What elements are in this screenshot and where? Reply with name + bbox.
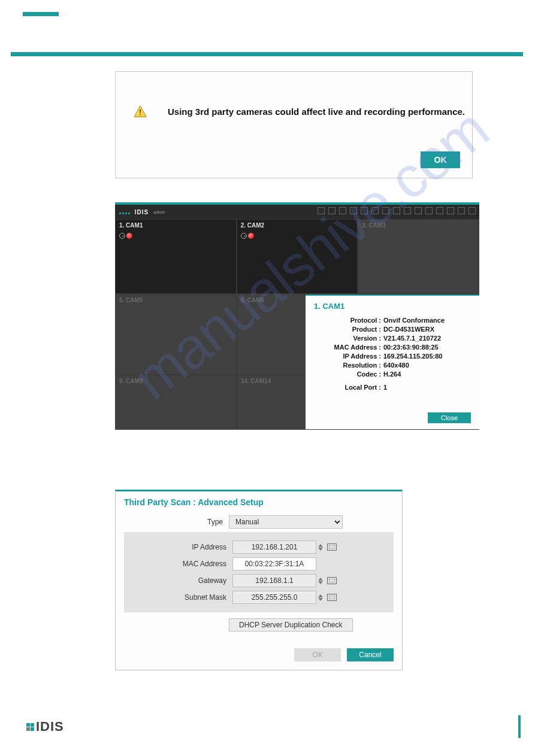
type-label: Type xyxy=(124,518,223,526)
field-key: IP Address : xyxy=(314,353,381,360)
ip-field[interactable]: 192.168.1.201 xyxy=(232,541,316,554)
chevron-down-icon[interactable] xyxy=(318,581,323,584)
field-key: Version : xyxy=(314,335,381,342)
field-value: 640x480 xyxy=(383,362,471,369)
nvr-brand-logo: IDIS xyxy=(119,209,149,215)
chevron-up-icon[interactable] xyxy=(318,578,323,581)
cam-tile-1[interactable]: 1. CAM1 xyxy=(115,219,237,294)
record-dot-icon xyxy=(126,233,132,239)
svg-rect-2 xyxy=(140,114,141,116)
nvr-brand-text: IDIS xyxy=(135,209,149,215)
record-dot-icon xyxy=(248,233,254,239)
warning-icon xyxy=(134,105,147,118)
subnet-label: Subnet Mask xyxy=(128,593,226,602)
field-key: Resolution : xyxy=(314,362,381,369)
advanced-setup-dialog: Third Party Scan : Advanced Setup Type M… xyxy=(115,490,403,670)
clock-icon xyxy=(241,233,247,239)
layout-seq-icon[interactable] xyxy=(361,207,368,214)
mac-label: MAC Address xyxy=(128,560,226,568)
layout4-icon[interactable] xyxy=(328,207,335,214)
cam-label: 5. CAM5 xyxy=(119,297,232,303)
layout16-icon[interactable] xyxy=(350,207,357,214)
doc-top-marker xyxy=(23,12,59,16)
field-value: V21.45.7.1_210722 xyxy=(383,335,471,342)
keyboard-icon[interactable] xyxy=(327,544,337,551)
chevron-down-icon[interactable] xyxy=(318,548,323,551)
close-button[interactable]: Close xyxy=(428,412,471,423)
field-value: H.264 xyxy=(383,371,471,378)
cam-tile-9[interactable]: 9. CAM9 xyxy=(115,375,237,430)
nvr-toolbar xyxy=(318,207,476,214)
mac-field[interactable]: 00:03:22:3F:31:1A xyxy=(232,557,316,570)
type-row: Type Manual xyxy=(124,515,394,529)
field-key: Product : xyxy=(314,326,381,333)
camera-info-popup: 1. CAM1 Protocol :Onvif Conformance Prod… xyxy=(306,294,479,429)
ip-label: IP Address xyxy=(128,543,226,551)
dhcp-check-button[interactable]: DHCP Server Duplication Check xyxy=(229,618,353,631)
field-key: Local Port : xyxy=(314,384,381,391)
chevron-up-icon[interactable] xyxy=(318,594,323,597)
nvr-live-screenshot: IDIS admin 1. CAM1 2. CAM2 xyxy=(115,202,479,430)
nvr-user: admin xyxy=(153,210,165,214)
doc-divider xyxy=(11,52,523,56)
cam-status-icons xyxy=(241,230,354,241)
info-icon[interactable] xyxy=(425,207,433,214)
arrow-right-icon[interactable] xyxy=(382,207,389,214)
cam-label: 1. CAM1 xyxy=(119,222,232,229)
field-value: 169.254.115.205:80 xyxy=(383,353,471,360)
subnet-field[interactable]: 255.255.255.0 xyxy=(232,591,316,604)
gateway-label: Gateway xyxy=(128,576,226,585)
field-value: 00:23:63:90:88:25 xyxy=(383,344,471,351)
cam-label: 9. CAM9 xyxy=(119,378,232,384)
idis-logo: IDIS xyxy=(26,719,64,734)
dialog-button-bar: OK Cancel xyxy=(124,648,394,661)
tag-icon[interactable] xyxy=(436,207,443,214)
clock-icon xyxy=(119,233,125,239)
layout9-icon[interactable] xyxy=(339,207,346,214)
play-icon[interactable] xyxy=(468,207,476,214)
svg-rect-1 xyxy=(140,109,141,113)
ok-button[interactable]: OK xyxy=(421,151,460,168)
field-key: MAC Address : xyxy=(314,344,381,351)
network-fields-block: IP Address 192.168.1.201 MAC Address 00:… xyxy=(124,532,394,612)
overlay-icon[interactable] xyxy=(393,207,400,214)
cam-label: 3. CAM3 xyxy=(362,222,475,229)
record-icon[interactable] xyxy=(404,207,411,214)
export-icon[interactable] xyxy=(447,207,454,214)
dhcp-row: DHCP Server Duplication Check xyxy=(124,618,394,631)
cam-tile-3[interactable]: 3. CAM3 xyxy=(358,219,479,294)
cam-status-icons xyxy=(119,230,232,241)
cam-tile-2[interactable]: 2. CAM2 xyxy=(237,219,358,294)
cam-label: 2. CAM2 xyxy=(241,222,354,229)
chevron-up-icon[interactable] xyxy=(318,544,323,547)
alarm-icon[interactable] xyxy=(415,207,422,214)
layout1-icon[interactable] xyxy=(318,207,325,214)
field-key: Codec : xyxy=(314,371,381,378)
ptz-icon[interactable] xyxy=(458,207,465,214)
cancel-button[interactable]: Cancel xyxy=(347,648,394,661)
field-value: DC-D4531WERX xyxy=(383,326,471,333)
dialog-title: Third Party Scan : Advanced Setup xyxy=(124,497,394,507)
warning-dialog: Using 3rd party cameras could affect liv… xyxy=(115,71,473,178)
type-select[interactable]: Manual xyxy=(229,515,343,529)
nvr-topbar: IDIS admin xyxy=(115,205,479,219)
gateway-spinner[interactable] xyxy=(318,577,324,585)
gateway-field[interactable]: 192.168.1.1 xyxy=(232,574,316,587)
chevron-down-icon[interactable] xyxy=(318,598,323,601)
subnet-spinner[interactable] xyxy=(318,594,324,602)
arrow-left-icon[interactable] xyxy=(371,207,379,214)
ip-spinner[interactable] xyxy=(318,544,324,551)
keyboard-icon[interactable] xyxy=(327,594,337,601)
keyboard-icon[interactable] xyxy=(327,577,337,584)
page-footer: IDIS xyxy=(0,715,535,738)
field-value: Onvif Conformance xyxy=(383,317,471,324)
camera-popup-title: 1. CAM1 xyxy=(314,302,471,311)
ok-button-disabled: OK xyxy=(294,648,341,661)
cam-tile-5[interactable]: 5. CAM5 xyxy=(115,294,237,375)
field-key: Protocol : xyxy=(314,317,381,324)
warning-message: Using 3rd party cameras could affect liv… xyxy=(168,107,465,117)
field-value: 1 xyxy=(383,384,471,391)
page-marker xyxy=(518,715,521,738)
idis-logo-text: IDIS xyxy=(36,719,64,734)
